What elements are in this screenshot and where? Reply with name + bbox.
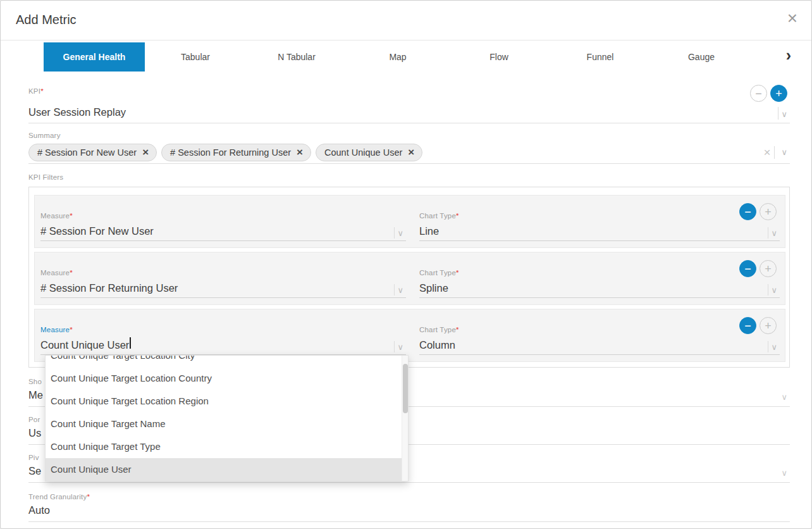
- chevron-down-icon[interactable]: ∨: [768, 285, 780, 297]
- plus-icon: +: [765, 206, 772, 218]
- kpi-row-actions: − +: [750, 85, 787, 102]
- chevron-down-icon[interactable]: ∨: [395, 342, 406, 354]
- dropdown-item[interactable]: Count Unique Target Name: [46, 413, 408, 435]
- add-kpi-button[interactable]: +: [770, 85, 787, 102]
- dropdown-list: Count Unique Target Location City Count …: [46, 355, 408, 481]
- summary-chip: Count Unique User ×: [316, 144, 422, 161]
- tab-tabular[interactable]: Tabular: [145, 42, 246, 72]
- remove-measure-button[interactable]: −: [739, 317, 756, 334]
- field-label-text: Trend Granularity: [28, 493, 87, 501]
- header-divider: [1, 40, 811, 40]
- measure-label-text: Measure: [40, 269, 70, 277]
- dropdown-scrollbar[interactable]: [402, 356, 408, 481]
- summary-multiselect[interactable]: # Session For New User × # Session For R…: [28, 141, 790, 164]
- chart-type-label: Chart Type*: [419, 326, 459, 333]
- chart-type-select[interactable]: Line ∨: [419, 223, 780, 241]
- chevron-down-icon[interactable]: ∨: [395, 228, 406, 240]
- measure-card-actions: − +: [739, 203, 777, 220]
- chart-type-label: Chart Type*: [419, 212, 459, 220]
- chevron-down-icon[interactable]: ∨: [768, 342, 780, 354]
- measure-label-text: Measure: [40, 326, 70, 333]
- text-cursor: [130, 337, 131, 349]
- dropdown-item-selected[interactable]: Count Unique User: [46, 458, 408, 481]
- remove-measure-button[interactable]: −: [739, 203, 756, 220]
- chip-remove-icon[interactable]: ×: [142, 147, 149, 158]
- chart-type-label-text: Chart Type: [419, 212, 456, 220]
- required-asterisk: *: [70, 212, 73, 220]
- dialog-title: Add Metric: [16, 13, 77, 27]
- required-asterisk: *: [70, 326, 73, 333]
- measure-label: Measure*: [40, 269, 73, 277]
- scrollbar-thumb[interactable]: [403, 364, 408, 413]
- kpi-value: User Session Replay: [28, 106, 778, 123]
- measure-label-text: Measure: [40, 212, 70, 220]
- chip-label: Count Unique User: [324, 147, 402, 158]
- chevron-down-icon[interactable]: ∨: [781, 468, 787, 478]
- chevron-down-icon[interactable]: ∨: [778, 109, 790, 123]
- measure-card-actions: − +: [739, 260, 777, 277]
- measure-card: Measure* Count Unique User ∨ Chart Type*…: [34, 309, 785, 362]
- chevron-down-icon[interactable]: ∨: [778, 147, 790, 157]
- minus-icon: −: [744, 206, 751, 218]
- add-metric-dialog: Add Metric × General Health Tabular N Ta…: [0, 0, 812, 529]
- measure-input-text: Count Unique User: [40, 339, 129, 351]
- plus-icon: +: [775, 88, 782, 99]
- tab-general-health[interactable]: General Health: [44, 42, 145, 72]
- measure-select[interactable]: # Session For Returning User ∨: [40, 280, 406, 298]
- field-label: Trend Granularity*: [28, 493, 790, 501]
- chevron-down-icon[interactable]: ∨: [395, 285, 406, 297]
- chart-type-value: Column: [419, 339, 768, 354]
- dropdown-item[interactable]: Count Unique Target Location Region: [46, 390, 408, 413]
- tabs-scroll-right-icon[interactable]: ›: [786, 47, 791, 63]
- chip-label: # Session For Returning User: [170, 147, 291, 158]
- required-asterisk: *: [87, 493, 90, 501]
- required-asterisk: *: [456, 269, 459, 277]
- dropdown-item[interactable]: Count Unique Target Location Country: [46, 367, 408, 390]
- field-value: Auto: [28, 501, 790, 522]
- clear-all-icon[interactable]: ×: [763, 146, 770, 158]
- chart-type-label-text: Chart Type: [419, 326, 456, 333]
- tab-gauge[interactable]: Gauge: [651, 42, 752, 72]
- add-measure-button[interactable]: +: [760, 260, 777, 277]
- required-asterisk: *: [456, 212, 459, 220]
- add-measure-button[interactable]: +: [760, 203, 777, 220]
- trend-granularity-field[interactable]: Trend Granularity* Auto: [28, 493, 790, 522]
- tab-funnel[interactable]: Funnel: [550, 42, 651, 72]
- chart-type-select[interactable]: Column ∨: [419, 337, 780, 355]
- plus-icon: +: [765, 263, 772, 275]
- measure-card-actions: − +: [739, 317, 777, 334]
- chevron-down-icon[interactable]: ∨: [768, 228, 780, 240]
- remove-measure-button[interactable]: −: [739, 260, 756, 277]
- tab-map[interactable]: Map: [347, 42, 448, 72]
- measure-value: # Session For New User: [40, 225, 394, 240]
- chip-remove-icon[interactable]: ×: [408, 147, 414, 158]
- minus-icon: −: [755, 88, 762, 99]
- measure-label: Measure*: [40, 326, 73, 333]
- chip-remove-icon[interactable]: ×: [297, 147, 303, 158]
- close-icon[interactable]: ×: [787, 9, 797, 27]
- required-asterisk: *: [70, 269, 73, 277]
- measure-combobox-input[interactable]: Count Unique User ∨: [40, 337, 406, 355]
- measures-panel: Measure* # Session For New User ∨ Chart …: [28, 187, 790, 368]
- summary-chip: # Session For New User ×: [28, 144, 157, 161]
- measure-dropdown: Count Unique Target Location City Count …: [45, 355, 409, 482]
- chevron-down-icon[interactable]: ∨: [781, 392, 787, 402]
- tab-flow[interactable]: Flow: [448, 42, 550, 72]
- chart-type-select[interactable]: Spline ∨: [419, 280, 780, 298]
- kpi-filters-label: KPI Filters: [28, 173, 63, 181]
- kpi-field-label: KPI*: [28, 87, 44, 95]
- chart-type-label: Chart Type*: [419, 269, 459, 277]
- remove-kpi-button[interactable]: −: [750, 85, 767, 102]
- dropdown-item[interactable]: Count Unique Target Type: [46, 435, 408, 458]
- required-asterisk: *: [40, 87, 44, 95]
- dropdown-item-partial[interactable]: Count Unique Target Location City: [46, 355, 408, 367]
- add-measure-button[interactable]: +: [760, 317, 777, 334]
- measure-label: Measure*: [40, 212, 73, 220]
- measure-select[interactable]: # Session For New User ∨: [40, 223, 406, 241]
- chip-label: # Session For New User: [37, 147, 137, 158]
- required-asterisk: *: [456, 326, 459, 333]
- measure-card: Measure* # Session For New User ∨ Chart …: [34, 195, 785, 248]
- kpi-select[interactable]: User Session Replay ∨: [28, 101, 790, 123]
- measure-card: Measure* # Session For Returning User ∨ …: [34, 252, 785, 305]
- tab-n-tabular[interactable]: N Tabular: [246, 42, 347, 72]
